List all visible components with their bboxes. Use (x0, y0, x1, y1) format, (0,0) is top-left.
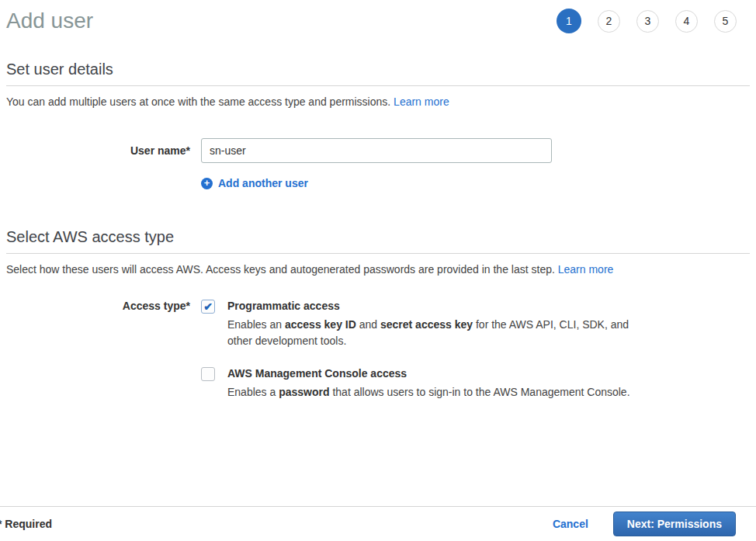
access-type-options: ✔ Programmatic access Enables an access … (201, 299, 639, 401)
console-access-checkbox[interactable] (201, 367, 215, 381)
user-name-label: User name* (6, 138, 190, 157)
desc-text: Enables a (227, 386, 279, 398)
add-another-user-row: + Add another user (201, 175, 750, 189)
next-permissions-button[interactable]: Next: Permissions (613, 512, 736, 536)
user-details-description: You can add multiple users at once with … (6, 94, 750, 109)
step-indicator-3[interactable]: 3 (636, 10, 659, 33)
add-another-user-label: Add another user (218, 177, 308, 189)
desc-text: and (356, 318, 380, 331)
page-header: Add user 1 2 3 4 5 (6, 0, 750, 36)
desc-bold-password: password (279, 386, 329, 398)
wizard-footer: * Required Cancel Next: Permissions (0, 506, 756, 541)
page-title: Add user (6, 6, 93, 36)
access-type-description-text: Select how these users will access AWS. … (6, 263, 558, 276)
plus-circle-icon: + (201, 178, 213, 189)
access-type-row: Access type* ✔ Programmatic access Enabl… (6, 299, 750, 401)
add-user-wizard: Add user 1 2 3 4 5 Set user details You … (0, 0, 756, 541)
wizard-steps: 1 2 3 4 5 (557, 9, 737, 33)
desc-text: Enables an (227, 318, 285, 331)
console-access-description: Enables a password that allows users to … (227, 384, 639, 401)
user-name-row: User name* (6, 138, 750, 163)
access-type-description: Select how these users will access AWS. … (6, 262, 750, 277)
step-indicator-2[interactable]: 2 (598, 10, 620, 33)
programmatic-access-checkbox[interactable]: ✔ (201, 300, 215, 314)
user-name-field-wrap (201, 138, 552, 163)
section-user-details-header: Set user details (6, 61, 750, 86)
user-details-description-text: You can add multiple users at once with … (6, 95, 394, 108)
desc-bold-access-key-id: access key ID (285, 318, 356, 331)
section-access-type-header: Select AWS access type (6, 228, 750, 254)
programmatic-access-option: ✔ Programmatic access Enables an access … (201, 299, 639, 349)
programmatic-access-body: Programmatic access Enables an access ke… (227, 299, 639, 349)
step-indicator-1[interactable]: 1 (557, 9, 581, 33)
checkmark-icon: ✔ (203, 301, 213, 312)
console-access-option: AWS Management Console access Enables a … (201, 366, 639, 401)
desc-text: that allows users to sign-in to the AWS … (330, 386, 630, 398)
console-access-body: AWS Management Console access Enables a … (227, 366, 639, 401)
cancel-button[interactable]: Cancel (553, 518, 588, 530)
programmatic-access-description: Enables an access key ID and secret acce… (227, 317, 639, 349)
footer-actions: Cancel Next: Permissions (553, 512, 736, 536)
section-user-details-title: Set user details (6, 61, 750, 78)
step-indicator-4[interactable]: 4 (675, 10, 698, 33)
wizard-content: Add user 1 2 3 4 5 Set user details You … (0, 0, 756, 506)
desc-bold-secret-access-key: secret access key (380, 318, 473, 331)
access-type-learn-more-link[interactable]: Learn more (558, 263, 614, 276)
add-another-user-button[interactable]: + Add another user (201, 177, 308, 189)
programmatic-access-title: Programmatic access (227, 299, 639, 313)
access-type-label: Access type* (6, 299, 190, 312)
required-note: * Required (0, 518, 52, 530)
console-access-title: AWS Management Console access (227, 366, 639, 380)
step-indicator-5[interactable]: 5 (714, 10, 737, 33)
user-details-learn-more-link[interactable]: Learn more (394, 95, 449, 108)
user-name-input[interactable] (201, 138, 552, 163)
section-access-type-title: Select AWS access type (6, 228, 750, 245)
